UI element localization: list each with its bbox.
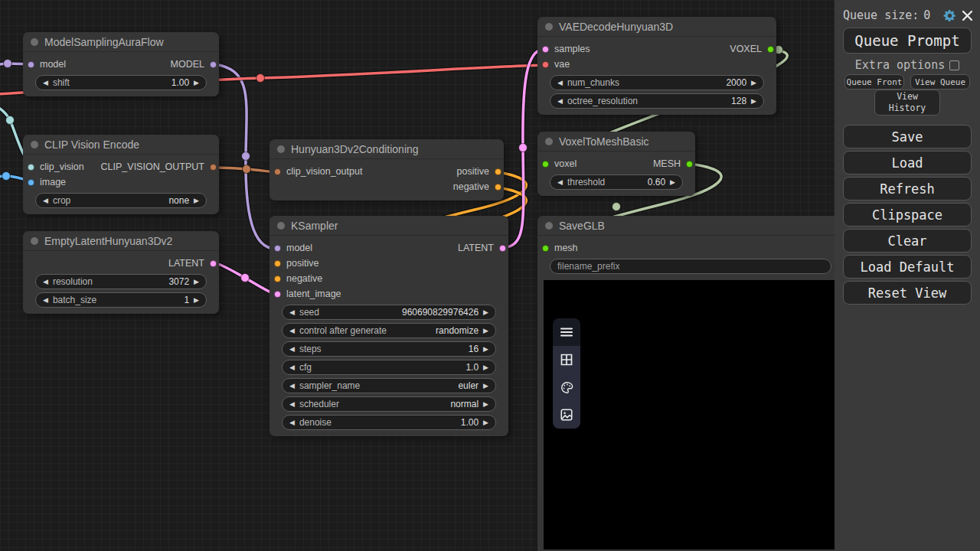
increment-arrow-icon[interactable]: ▶ xyxy=(483,364,488,371)
view-history-button[interactable]: View History xyxy=(874,90,940,116)
node-title-bar[interactable]: VoxelToMeshBasic xyxy=(537,132,695,152)
increment-arrow-icon[interactable]: ▶ xyxy=(194,80,199,86)
node-title-bar[interactable]: KSampler xyxy=(270,216,508,236)
node-saveglb[interactable]: SaveGLBmeshfilename_prefix xyxy=(537,216,835,551)
widget-seed[interactable]: ◀seed960690829976426▶ xyxy=(282,305,496,320)
decrement-arrow-icon[interactable]: ◀ xyxy=(289,346,295,353)
clear-button[interactable]: Clear xyxy=(843,229,972,253)
decrement-arrow-icon[interactable]: ◀ xyxy=(289,364,295,371)
increment-arrow-icon[interactable]: ▶ xyxy=(483,309,488,316)
input-slot-dot-voxel[interactable] xyxy=(542,161,549,168)
decrement-arrow-icon[interactable]: ◀ xyxy=(557,80,563,86)
reset-view-button[interactable]: Reset View xyxy=(843,281,972,305)
output-slot-dot-positive[interactable] xyxy=(495,168,501,175)
collapse-dot-icon[interactable] xyxy=(545,138,553,145)
widget-sampler-name[interactable]: ◀sampler_nameeuler▶ xyxy=(282,378,496,393)
increment-arrow-icon[interactable]: ▶ xyxy=(483,401,488,408)
palette-icon[interactable] xyxy=(553,373,580,401)
node-ksampler[interactable]: KSamplermodelLATENTpositivenegativelaten… xyxy=(270,216,508,436)
node-title-bar[interactable]: CLIP Vision Encode xyxy=(23,135,219,155)
widget-num-chunks[interactable]: ◀num_chunks2000▶ xyxy=(550,75,764,90)
input-slot-dot-clip-vision[interactable] xyxy=(28,164,34,171)
widget-filename-prefix[interactable]: filename_prefix xyxy=(550,259,831,274)
wire-model-input-reroute-dot[interactable] xyxy=(4,60,12,68)
input-slot-dot-negative[interactable] xyxy=(274,276,281,282)
input-slot-dot-image[interactable] xyxy=(28,179,34,186)
increment-arrow-icon[interactable]: ▶ xyxy=(194,197,199,204)
node-hunyuan3dv2conditioning[interactable]: Hunyuan3Dv2Conditioningclip_vision_outpu… xyxy=(270,139,504,201)
collapse-dot-icon[interactable] xyxy=(277,222,285,230)
widget-threshold[interactable]: ◀threshold0.60▶ xyxy=(550,174,683,190)
input-slot-dot-samples[interactable] xyxy=(542,46,549,53)
input-slot-dot-model[interactable] xyxy=(28,61,34,68)
decrement-arrow-icon[interactable]: ◀ xyxy=(43,197,48,204)
decrement-arrow-icon[interactable]: ◀ xyxy=(289,328,295,334)
widget-control-after-generate[interactable]: ◀control after generaterandomize▶ xyxy=(282,323,496,338)
node-clip-vision-encode[interactable]: CLIP Vision Encodeclip_visionCLIP_VISION… xyxy=(23,135,219,214)
decrement-arrow-icon[interactable]: ◀ xyxy=(43,279,48,285)
increment-arrow-icon[interactable]: ▶ xyxy=(670,179,675,186)
increment-arrow-icon[interactable]: ▶ xyxy=(483,419,488,426)
close-icon[interactable] xyxy=(962,10,973,21)
decrement-arrow-icon[interactable]: ◀ xyxy=(557,98,563,105)
queue-front-button[interactable]: Queue Front xyxy=(844,74,904,90)
decrement-arrow-icon[interactable]: ◀ xyxy=(289,309,295,316)
input-slot-dot-latent-image[interactable] xyxy=(274,291,281,298)
wire-model-link-reroute-dot[interactable] xyxy=(242,152,250,161)
decrement-arrow-icon[interactable]: ◀ xyxy=(289,383,295,390)
3d-viewport[interactable] xyxy=(544,280,835,549)
decrement-arrow-icon[interactable]: ◀ xyxy=(289,401,295,408)
input-slot-dot-clip-vision-output[interactable] xyxy=(274,168,281,175)
increment-arrow-icon[interactable]: ▶ xyxy=(483,346,488,353)
image-icon[interactable] xyxy=(553,401,580,429)
node-vaedecodehunyuan3d[interactable]: VAEDecodeHunyuan3DsamplesVOXELvae◀num_ch… xyxy=(537,17,776,115)
widget-octree-resolution[interactable]: ◀octree_resolution128▶ xyxy=(550,93,764,109)
increment-arrow-icon[interactable]: ▶ xyxy=(194,279,199,285)
widget-shift[interactable]: ◀shift1.00▶ xyxy=(35,75,207,90)
wire-vae-link-reroute-dot[interactable] xyxy=(256,74,265,83)
output-slot-dot-negative[interactable] xyxy=(495,184,501,191)
wire-latent-link-reroute-dot[interactable] xyxy=(241,274,250,282)
input-slot-dot-positive[interactable] xyxy=(274,260,281,267)
refresh-button[interactable]: Refresh xyxy=(843,177,972,201)
input-slot-dot-vae[interactable] xyxy=(542,61,549,68)
widget-cfg[interactable]: ◀cfg1.0▶ xyxy=(282,360,496,375)
wire-mesh-link-reroute-dot[interactable] xyxy=(612,203,621,211)
node-title-bar[interactable]: Hunyuan3Dv2Conditioning xyxy=(270,139,504,159)
load-default-button[interactable]: Load Default xyxy=(843,255,972,279)
collapse-dot-icon[interactable] xyxy=(545,222,553,230)
widget-steps[interactable]: ◀steps16▶ xyxy=(282,341,496,357)
output-slot-dot-clip-vision-output[interactable] xyxy=(210,164,217,171)
input-slot-dot-mesh[interactable] xyxy=(542,245,549,252)
collapse-dot-icon[interactable] xyxy=(545,23,553,31)
wire-clipvisionoutput-link-reroute-dot[interactable] xyxy=(243,165,251,174)
wire-clipvision-input-reroute-dot[interactable] xyxy=(6,116,15,125)
widget-crop[interactable]: ◀cropnone▶ xyxy=(35,193,207,208)
increment-arrow-icon[interactable]: ▶ xyxy=(483,383,488,390)
wire-image-input-reroute-dot[interactable] xyxy=(2,172,11,181)
clipspace-button[interactable]: Clipspace xyxy=(843,203,972,227)
node-title-bar[interactable]: VAEDecodeHunyuan3D xyxy=(537,17,776,37)
load-button[interactable]: Load xyxy=(843,151,972,174)
widget-resolution[interactable]: ◀resolution3072▶ xyxy=(35,274,207,289)
collapse-dot-icon[interactable] xyxy=(31,38,38,46)
increment-arrow-icon[interactable]: ▶ xyxy=(751,80,756,86)
node-graph-canvas[interactable]: ModelSamplingAuraFlowmodelMODEL◀shift1.0… xyxy=(0,0,835,551)
widget-batch-size[interactable]: ◀batch_size1▶ xyxy=(35,292,207,308)
decrement-arrow-icon[interactable]: ◀ xyxy=(43,80,48,86)
grid-icon[interactable] xyxy=(553,346,580,373)
increment-arrow-icon[interactable]: ▶ xyxy=(194,297,199,304)
output-slot-dot-mesh[interactable] xyxy=(686,161,693,168)
increment-arrow-icon[interactable]: ▶ xyxy=(483,328,488,334)
output-slot-dot-model[interactable] xyxy=(210,61,217,68)
node-modelsamplingauraflow[interactable]: ModelSamplingAuraFlowmodelMODEL◀shift1.0… xyxy=(23,32,219,96)
input-slot-dot-model[interactable] xyxy=(274,245,281,252)
output-slot-dot-voxel[interactable] xyxy=(767,46,774,53)
save-button[interactable]: Save xyxy=(843,125,972,148)
wire-samples-link-reroute-dot[interactable] xyxy=(519,144,528,152)
output-slot-dot-latent[interactable] xyxy=(499,245,506,252)
node-voxeltomeshbasic[interactable]: VoxelToMeshBasicvoxelMESH◀threshold0.60▶ xyxy=(537,132,695,196)
decrement-arrow-icon[interactable]: ◀ xyxy=(557,179,563,186)
collapse-dot-icon[interactable] xyxy=(31,237,38,245)
collapse-dot-icon[interactable] xyxy=(31,141,38,148)
